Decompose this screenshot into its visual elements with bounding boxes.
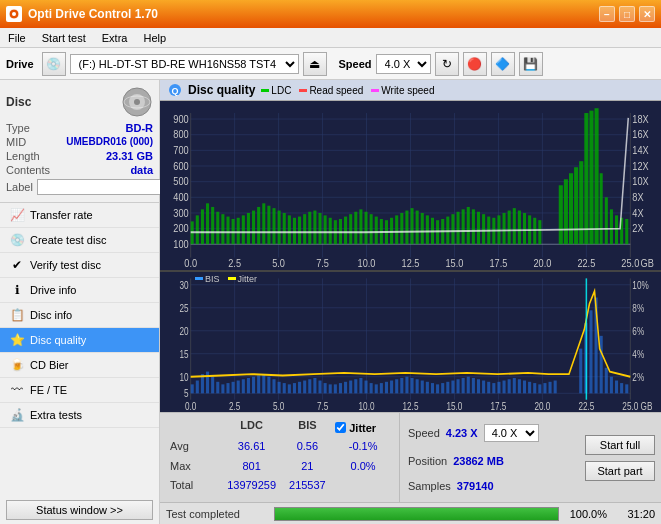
mid-key: MID	[6, 136, 26, 148]
svg-rect-197	[262, 374, 265, 393]
nav-disc-info[interactable]: 📋 Disc info	[0, 303, 159, 328]
svg-rect-83	[313, 211, 316, 245]
nav-cd-bier[interactable]: 🍺 CD Bier	[0, 353, 159, 378]
write-speed-legend-label: Write speed	[381, 85, 434, 96]
drive-label: Drive	[6, 58, 34, 70]
avg-label: Avg	[168, 439, 224, 459]
svg-rect-195	[252, 376, 255, 393]
nav-verify-test-disc[interactable]: ✔ Verify test disc	[0, 253, 159, 278]
svg-rect-100	[400, 213, 403, 244]
svg-text:20: 20	[180, 325, 189, 336]
nav-label-disc-info: Disc info	[30, 309, 72, 321]
bis-header: BIS	[280, 417, 336, 439]
svg-text:10.0: 10.0	[359, 401, 375, 412]
svg-rect-74	[267, 206, 270, 245]
save-button[interactable]: 💾	[519, 52, 543, 76]
svg-rect-127	[538, 220, 541, 244]
svg-rect-193	[242, 379, 245, 393]
drive-select[interactable]: (F:) HL-DT-ST BD-RE WH16NS58 TST4	[70, 54, 299, 74]
nav-extra-tests[interactable]: 🔬 Extra tests	[0, 403, 159, 428]
nav-fe-te[interactable]: 〰 FE / TE	[0, 378, 159, 403]
tool-btn-1[interactable]: 🔴	[463, 52, 487, 76]
nav-label-create-test-disc: Create test disc	[30, 234, 106, 246]
status-text: Test completed	[166, 508, 266, 520]
svg-text:8X: 8X	[632, 191, 644, 203]
svg-rect-105	[426, 215, 429, 244]
nav-label-transfer-rate: Transfer rate	[30, 209, 93, 221]
svg-text:15.0: 15.0	[447, 401, 463, 412]
svg-rect-62	[206, 203, 209, 244]
speed-select[interactable]: 4.0 X	[376, 54, 431, 74]
tool-btn-2[interactable]: 🔷	[491, 52, 515, 76]
fe-te-icon: 〰	[10, 383, 24, 397]
svg-text:20.0: 20.0	[534, 401, 550, 412]
svg-rect-225	[405, 376, 408, 393]
svg-rect-138	[610, 209, 613, 244]
jitter-checkbox[interactable]	[335, 422, 346, 433]
svg-rect-213	[344, 381, 347, 392]
disc-quality-title: Disc quality	[188, 83, 255, 97]
svg-rect-131	[574, 167, 578, 244]
svg-rect-253	[549, 381, 552, 392]
maximize-button[interactable]: □	[619, 6, 635, 22]
svg-text:14X: 14X	[632, 144, 649, 156]
nav-transfer-rate[interactable]: 📈 Transfer rate	[0, 203, 159, 228]
svg-rect-229	[426, 381, 429, 392]
menu-start-test[interactable]: Start test	[38, 31, 90, 45]
svg-rect-240	[482, 380, 485, 393]
contents-key: Contents	[6, 164, 50, 176]
svg-text:4X: 4X	[632, 207, 644, 219]
start-part-button[interactable]: Start part	[585, 461, 655, 481]
nav-create-test-disc[interactable]: 💿 Create test disc	[0, 228, 159, 253]
svg-rect-191	[232, 381, 235, 392]
svg-text:700: 700	[173, 144, 189, 156]
svg-rect-263	[620, 383, 623, 393]
svg-rect-65	[221, 214, 224, 244]
close-button[interactable]: ✕	[639, 6, 655, 22]
svg-rect-202	[288, 384, 291, 393]
svg-rect-187	[211, 376, 214, 393]
svg-text:400: 400	[173, 191, 189, 203]
svg-text:600: 600	[173, 160, 189, 172]
svg-rect-115	[477, 212, 480, 245]
svg-text:18X: 18X	[632, 113, 649, 125]
svg-rect-205	[303, 380, 306, 393]
max-bis: 21	[280, 459, 336, 479]
svg-rect-217	[364, 380, 367, 393]
svg-text:17.5: 17.5	[490, 401, 506, 412]
action-buttons: Start full Start part	[579, 413, 661, 502]
svg-text:0.0: 0.0	[184, 257, 197, 269]
eject-button[interactable]: ⏏	[303, 52, 327, 76]
svg-rect-114	[472, 209, 475, 244]
stats-speed-select[interactable]: 4.0 X	[484, 424, 539, 442]
total-ldc: 13979259	[224, 478, 280, 498]
nav-drive-info[interactable]: ℹ Drive info	[0, 278, 159, 303]
label-input[interactable]	[37, 179, 170, 195]
samples-val: 379140	[457, 480, 494, 492]
minimize-button[interactable]: −	[599, 6, 615, 22]
menu-help[interactable]: Help	[139, 31, 170, 45]
disc-quality-header: Q Disc quality LDC Read speed Write spee…	[160, 80, 661, 101]
length-key: Length	[6, 150, 40, 162]
svg-rect-196	[257, 375, 260, 393]
svg-rect-261	[610, 376, 613, 393]
svg-rect-130	[569, 173, 573, 244]
nav-disc-quality[interactable]: ⭐ Disc quality	[0, 328, 159, 353]
avg-ldc: 36.61	[224, 439, 280, 459]
status-window-button[interactable]: Status window >>	[6, 500, 153, 520]
total-bis: 215537	[280, 478, 336, 498]
menu-file[interactable]: File	[4, 31, 30, 45]
menu-extra[interactable]: Extra	[98, 31, 132, 45]
svg-rect-255	[579, 348, 582, 393]
svg-rect-212	[339, 383, 342, 393]
svg-rect-219	[375, 384, 378, 393]
svg-rect-215	[354, 379, 357, 393]
svg-text:2X: 2X	[632, 223, 644, 235]
svg-rect-141	[625, 219, 628, 244]
refresh-button[interactable]: ↻	[435, 52, 459, 76]
start-full-button[interactable]: Start full	[585, 435, 655, 455]
chart2-container: BIS Jitter	[160, 272, 661, 412]
jitter-legend-dot	[228, 277, 236, 280]
svg-rect-189	[221, 384, 224, 393]
svg-rect-134	[589, 111, 593, 245]
